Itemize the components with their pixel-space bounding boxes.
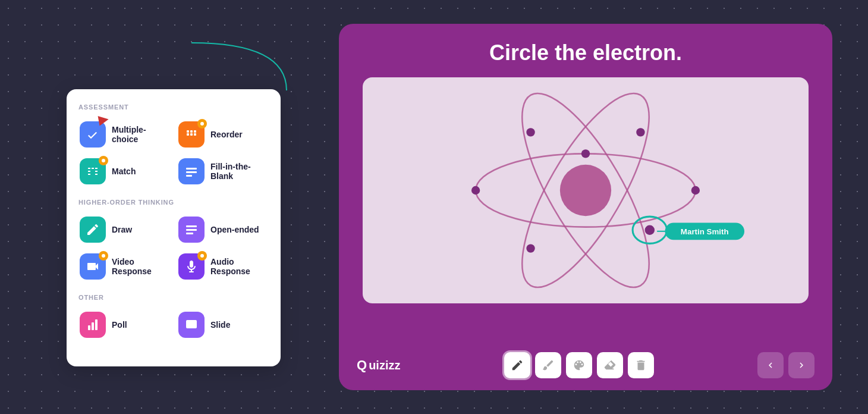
audio-response-label: Audio Response — [210, 257, 268, 276]
open-ended-icon — [178, 217, 205, 243]
quizizz-logo: Q uizizz — [357, 357, 400, 373]
svg-rect-12 — [88, 325, 90, 330]
menu-item-match[interactable]: Match — [78, 156, 170, 187]
svg-rect-15 — [186, 320, 197, 328]
fill-blank-label: Fill-in-the-Blank — [210, 162, 268, 181]
svg-rect-9 — [186, 225, 197, 227]
pen-tool-button[interactable] — [535, 352, 561, 378]
svg-rect-6 — [186, 168, 197, 170]
quiz-panel: Circle the electron. — [339, 24, 832, 390]
svg-rect-1 — [187, 133, 189, 136]
svg-rect-4 — [194, 130, 196, 133]
nav-buttons — [757, 352, 814, 378]
svg-point-22 — [691, 186, 700, 195]
atom-diagram: Martin Smith — [363, 77, 809, 303]
svg-rect-13 — [92, 322, 94, 330]
quiz-content: Martin Smith — [339, 77, 832, 345]
section-hot: HIGHER-ORDER THINKING — [78, 199, 269, 206]
poll-icon — [80, 312, 106, 338]
svg-rect-2 — [190, 130, 193, 133]
menu-item-video-response[interactable]: Video Response — [78, 251, 170, 282]
video-badge — [99, 251, 108, 261]
svg-point-20 — [581, 149, 590, 158]
open-ended-label: Open-ended — [210, 225, 259, 234]
svg-rect-3 — [190, 133, 193, 136]
audio-badge — [197, 251, 207, 261]
reorder-label: Reorder — [210, 130, 243, 139]
svg-point-16 — [560, 165, 611, 216]
draw-icon — [80, 217, 106, 243]
atom-frame: Martin Smith — [363, 77, 809, 303]
hot-grid: Draw Open-ended Video Response Audio Res… — [78, 214, 269, 282]
other-grid: Poll Slide — [78, 309, 269, 340]
eraser-tool-button[interactable] — [597, 352, 623, 378]
slide-label: Slide — [210, 320, 230, 330]
draw-label: Draw — [112, 225, 132, 234]
quiz-title: Circle the electron. — [363, 40, 809, 65]
menu-item-reorder[interactable]: Reorder — [177, 119, 269, 150]
menu-item-open-ended[interactable]: Open-ended — [177, 214, 269, 245]
svg-point-26 — [645, 225, 655, 235]
menu-item-audio-response[interactable]: Audio Response — [177, 251, 269, 282]
assessment-grid: Multiple-choice Reorder Match Fill-in-th… — [78, 119, 269, 187]
menu-item-poll[interactable]: Poll — [78, 309, 170, 340]
toolbar — [504, 352, 654, 378]
match-label: Match — [112, 167, 136, 176]
audio-response-icon — [178, 253, 205, 280]
menu-item-slide[interactable]: Slide — [177, 309, 269, 340]
svg-rect-14 — [95, 319, 98, 330]
multiple-choice-label: Multiple-choice — [112, 125, 169, 144]
quiz-header: Circle the electron. — [339, 24, 832, 77]
slide-icon — [178, 312, 205, 338]
svg-rect-0 — [187, 130, 189, 133]
match-badge — [99, 156, 108, 165]
menu-item-multiple-choice[interactable]: Multiple-choice — [78, 119, 170, 150]
svg-text:Martin Smith: Martin Smith — [681, 227, 729, 236]
svg-rect-5 — [194, 133, 196, 136]
video-response-label: Video Response — [112, 257, 169, 276]
quiz-footer: Q uizizz — [339, 345, 832, 390]
pencil-tool-button[interactable] — [504, 352, 530, 378]
svg-rect-8 — [186, 175, 192, 177]
reorder-icon — [178, 121, 205, 148]
logo-q: Q — [357, 357, 366, 373]
svg-point-24 — [526, 244, 534, 252]
match-icon — [80, 158, 106, 184]
svg-rect-7 — [186, 171, 197, 173]
dropdown-panel: ASSESSMENT Multiple-choice Reorder Match — [67, 89, 281, 366]
menu-item-draw[interactable]: Draw — [78, 214, 170, 245]
svg-point-23 — [636, 128, 644, 136]
svg-rect-10 — [186, 229, 197, 231]
svg-point-21 — [471, 186, 480, 195]
logo-text: uizizz — [369, 359, 400, 372]
fill-blank-icon — [178, 158, 205, 184]
menu-item-fill-blank[interactable]: Fill-in-the-Blank — [177, 156, 269, 187]
video-response-icon — [80, 253, 106, 280]
section-assessment: ASSESSMENT — [78, 104, 269, 111]
svg-point-25 — [526, 128, 534, 136]
next-button[interactable] — [788, 352, 814, 378]
svg-rect-11 — [186, 233, 193, 234]
delete-tool-button[interactable] — [628, 352, 654, 378]
prev-button[interactable] — [757, 352, 784, 378]
reorder-badge — [197, 119, 207, 128]
section-other: OTHER — [78, 294, 269, 301]
color-tool-button[interactable] — [566, 352, 592, 378]
poll-label: Poll — [112, 320, 127, 330]
